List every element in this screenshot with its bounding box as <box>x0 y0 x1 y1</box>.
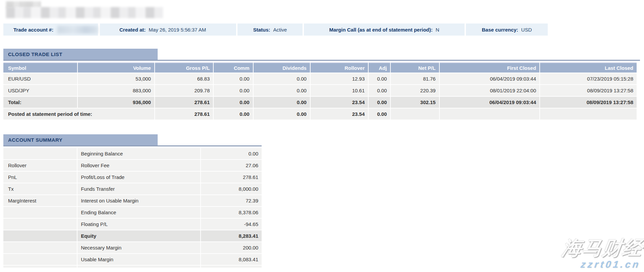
account-summary-section-header: ACCOUNT SUMMARY <box>3 134 262 146</box>
table-cell <box>540 108 637 120</box>
table-cell: 53,000 <box>78 73 154 84</box>
table-cell: PnL <box>3 172 77 183</box>
table-cell: Profit/Loss of Trade <box>77 172 200 183</box>
account-info-bar: Trade account #:Created at:May 26, 2019 … <box>3 24 548 36</box>
table-cell: 883,000 <box>78 85 154 96</box>
summary-row: Necessary Margin200.00 <box>3 242 262 253</box>
table-cell: 68.83 <box>155 73 213 84</box>
info-cell: Created at:May 26, 2019 5:56:37 AM <box>100 24 236 36</box>
statement-page: Trade account #:Created at:May 26, 2019 … <box>0 0 644 272</box>
table-cell: Total: <box>3 97 77 108</box>
table-row: EUR/USD53,00068.830.000.0012.930.0081.76… <box>3 73 637 84</box>
table-cell: 12.93 <box>311 73 368 84</box>
closed-trade-list-header-row: SymbolVolumeGross P/LCommDividendsRollov… <box>3 62 637 73</box>
column-header: Dividends <box>254 62 310 73</box>
closed-trade-list-title: CLOSED TRADE LIST <box>3 49 158 60</box>
summary-row: PnLProfit/Loss of Trade278.61 <box>3 172 262 183</box>
account-summary-title: ACCOUNT SUMMARY <box>3 134 158 145</box>
header-row: SymbolVolumeGross P/LCommDividendsRollov… <box>3 62 637 73</box>
table-cell: 10.61 <box>311 85 368 96</box>
summary-row: Ending Balance8,378.06 <box>3 207 262 218</box>
table-cell: Rollover <box>3 160 77 171</box>
table-cell: 0.00 <box>254 97 310 108</box>
table-cell: -94.65 <box>201 219 262 230</box>
table-cell: MargInterest <box>3 195 77 206</box>
info-cell: Status:Active <box>237 24 303 36</box>
table-cell: 81.76 <box>391 73 439 84</box>
column-header: Gross P/L <box>155 62 213 73</box>
table-cell <box>201 266 262 268</box>
table-cell: 302.15 <box>391 97 439 108</box>
table-cell: Rollover Fee <box>77 160 200 171</box>
closed-trade-list-table: SymbolVolumeGross P/LCommDividendsRollov… <box>3 62 637 120</box>
column-header: Net P/L <box>391 62 439 73</box>
info-value: N <box>436 27 439 33</box>
table-cell: 209.78 <box>155 85 213 96</box>
info-label: Trade account #: <box>13 27 53 33</box>
table-cell <box>77 266 200 268</box>
table-cell: 8,083.41 <box>201 254 262 265</box>
table-cell <box>3 219 77 230</box>
blurred-logo-bottom <box>6 7 163 18</box>
table-cell: 0.00 <box>369 73 390 84</box>
column-header: Comm <box>214 62 253 73</box>
redacted-account-number <box>57 26 98 34</box>
table-cell: 278.61 <box>155 108 213 120</box>
table-cell: 0.00 <box>254 73 310 84</box>
table-cell: 0.00 <box>369 108 390 120</box>
table-cell: Beginning Balance <box>77 148 200 159</box>
closed-trade-list-section-header: CLOSED TRADE LIST <box>3 49 640 61</box>
table-cell: 200.00 <box>201 242 262 253</box>
column-header: Symbol <box>3 62 77 73</box>
table-cell: 0.00 <box>214 73 253 84</box>
table-row: Posted at statement period of time:278.6… <box>3 108 637 120</box>
table-cell <box>3 254 77 265</box>
account-summary-body: Beginning Balance0.00RolloverRollover Fe… <box>3 148 262 268</box>
info-cell: Trade account #: <box>3 24 98 36</box>
info-label: Margin Call (as at end of statement peri… <box>329 27 432 33</box>
info-label: Created at: <box>119 27 146 33</box>
summary-row: MargInterestInterest on Usable Margin72.… <box>3 195 262 206</box>
summary-row: Equity8,283.41 <box>3 230 262 241</box>
table-cell <box>3 148 77 159</box>
table-cell: 8,283.41 <box>201 230 262 241</box>
table-cell: 06/04/2019 09:03:44 <box>440 97 540 108</box>
blurred-logo <box>6 1 167 18</box>
table-cell <box>3 242 77 253</box>
table-cell <box>3 207 77 218</box>
info-cell: Margin Call (as at end of statement peri… <box>304 24 465 36</box>
table-cell: 08/01/2019 22:04:00 <box>440 85 540 96</box>
table-cell: 23.54 <box>311 108 368 120</box>
table-cell: 0.00 <box>201 148 262 159</box>
closed-trade-list-body: EUR/USD53,00068.830.000.0012.930.0081.76… <box>3 73 637 120</box>
table-cell <box>391 108 439 120</box>
watermark-url-text: zzrt01.cn <box>559 259 641 270</box>
table-cell: 0.00 <box>369 97 390 108</box>
column-header: Adj <box>369 62 390 73</box>
table-cell: Ending Balance <box>77 207 200 218</box>
table-cell: 0.00 <box>214 108 253 120</box>
table-cell: Usable Margin <box>77 254 200 265</box>
column-header: First Closed <box>440 62 540 73</box>
partial-row <box>3 266 262 268</box>
watermark-brand-text: 海马财经 <box>561 238 644 258</box>
table-cell <box>3 230 77 241</box>
table-cell: 0.00 <box>254 108 310 120</box>
site-watermark: 海马财经 zzrt01.cn <box>559 238 644 270</box>
summary-row: Beginning Balance0.00 <box>3 148 262 159</box>
table-cell: 27.06 <box>201 160 262 171</box>
table-cell: 0.00 <box>214 85 253 96</box>
table-row: USD/JPY883,000209.780.000.0010.610.00220… <box>3 85 637 96</box>
info-value: May 26, 2019 5:56:37 AM <box>149 27 206 33</box>
table-cell: 06/04/2019 09:03:44 <box>440 73 540 84</box>
table-cell: 0.00 <box>254 85 310 96</box>
table-cell: Equity <box>77 230 200 241</box>
column-header: Rollover <box>311 62 368 73</box>
table-cell <box>3 266 77 268</box>
account-summary-table: Beginning Balance0.00RolloverRollover Fe… <box>3 147 262 268</box>
table-row: Total:936,000278.610.000.0023.540.00302.… <box>3 97 637 108</box>
table-cell: Posted at statement period of time: <box>3 108 154 120</box>
summary-row: TxFunds Transfer8,000.00 <box>3 183 262 194</box>
table-cell <box>440 108 540 120</box>
info-label: Base currency: <box>482 27 518 33</box>
